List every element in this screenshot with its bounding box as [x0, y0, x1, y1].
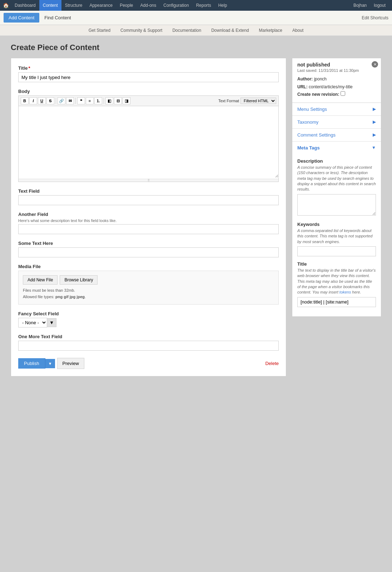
form-actions: Publish ▼ Preview Delete — [18, 358, 279, 369]
edit-shortcuts-link[interactable]: Edit Shortcuts — [362, 15, 388, 20]
form-main: Title* Body B I U S 🔗 ✉ — [11, 58, 286, 376]
another-field-input[interactable] — [18, 224, 279, 234]
fancy-select-wrapper: - None - ▼ — [18, 318, 279, 327]
editor-resize-handle[interactable] — [19, 179, 278, 182]
meta-tags-content: Description A concise summary of this pi… — [292, 154, 381, 316]
form-sidebar: ✕ not published Last saved: 11/31/2011 a… — [292, 58, 381, 317]
publish-button[interactable]: Publish — [18, 358, 45, 369]
nav-people[interactable]: People — [116, 0, 137, 11]
author-value: jponch — [314, 77, 327, 82]
align-left-button[interactable]: ◧ — [105, 97, 113, 104]
divider-2 — [75, 98, 76, 104]
ordered-list-button[interactable]: 1. — [94, 97, 102, 104]
meta-description-title: Description — [297, 158, 376, 164]
fancy-select-dropdown-btn[interactable]: ▼ — [47, 318, 56, 327]
meta-description-field: Description A concise summary of this pi… — [297, 158, 376, 217]
sidebar-close-button[interactable]: ✕ — [372, 61, 378, 68]
comment-settings-label: Comment Settings — [297, 132, 336, 138]
text-field-input[interactable] — [18, 195, 279, 205]
page-title: Create Piece of Content — [11, 43, 381, 52]
revision-checkbox[interactable] — [341, 91, 345, 96]
home-icon[interactable]: 🏠 — [3, 3, 9, 8]
body-textarea[interactable] — [19, 106, 278, 178]
meta-title-desc: The text to display in the title bar of … — [297, 268, 376, 295]
tokens-link[interactable]: tokens — [339, 290, 351, 294]
nav-structure[interactable]: Structure — [61, 0, 86, 11]
last-saved: Last saved: 11/31/2011 at 11:30pm — [297, 68, 376, 73]
fancy-select-group: Fancy Select Field - None - ▼ — [18, 311, 279, 327]
italic-button[interactable]: I — [29, 97, 37, 104]
add-new-file-button[interactable]: Add New File — [23, 275, 58, 285]
nav-get-started[interactable]: Get Started — [84, 25, 115, 35]
fancy-select-label: Fancy Select Field — [18, 311, 279, 316]
delete-link[interactable]: Delete — [265, 361, 279, 366]
another-field-description: Here's what some description text for th… — [18, 218, 279, 223]
revision-row: Create new revision: — [297, 91, 376, 99]
some-text-group: Some Text Here — [18, 241, 279, 257]
top-navigation: 🏠 Dashboard Content Structure Appearance… — [0, 0, 392, 11]
one-more-field-label: One More Text Field — [18, 334, 279, 339]
media-file-label: Media File — [18, 264, 279, 269]
email-button[interactable]: ✉ — [66, 97, 74, 104]
nav-dashboard[interactable]: Dashboard — [11, 0, 39, 11]
nav-community[interactable]: Community & Support — [115, 25, 167, 35]
underline-button[interactable]: U — [38, 97, 46, 104]
text-field-label: Text Field — [18, 188, 279, 194]
nav-content[interactable]: Content — [39, 0, 61, 11]
one-more-field-input[interactable] — [18, 341, 279, 351]
logout-link[interactable]: logout — [370, 0, 389, 11]
align-center-button[interactable]: ⊟ — [114, 97, 122, 104]
required-indicator: * — [29, 65, 30, 71]
strikethrough-button[interactable]: S — [46, 97, 54, 104]
some-text-input[interactable] — [18, 247, 279, 257]
menu-settings-section: Menu Settings ▶ — [292, 103, 381, 115]
browse-library-button[interactable]: Browse Library — [60, 275, 98, 285]
bold-button[interactable]: B — [21, 97, 29, 104]
nav-download[interactable]: Download & Extend — [206, 25, 254, 35]
menu-settings-label: Menu Settings — [297, 107, 327, 112]
taxonomy-header[interactable]: Taxonomy ▶ — [292, 116, 381, 128]
fancy-select-input[interactable]: - None - — [18, 318, 47, 327]
publish-button-group: Publish ▼ — [18, 358, 55, 369]
revision-label: Create new revision: — [297, 92, 339, 97]
page-content: drupal Create Piece of Content Title* Bo… — [0, 36, 392, 384]
nav-documentation[interactable]: Documentation — [167, 25, 206, 35]
link-button[interactable]: 🔗 — [58, 97, 65, 104]
media-hint-types: Allowed file types: png gif jpg jpeg. — [23, 294, 274, 300]
body-editor: B I U S 🔗 ✉ ❝ ≡ 1. ◧ ⊟ ◨ — [18, 95, 279, 182]
url-value: content/articles/my-title — [309, 84, 353, 89]
menu-settings-header[interactable]: Menu Settings ▶ — [292, 103, 381, 115]
title-input[interactable] — [18, 72, 279, 82]
nav-reports[interactable]: Reports — [193, 0, 215, 11]
nav-about[interactable]: About — [287, 25, 308, 35]
align-right-button[interactable]: ◨ — [123, 97, 130, 104]
publish-dropdown-button[interactable]: ▼ — [45, 359, 55, 368]
unordered-list-button[interactable]: ≡ — [86, 97, 94, 104]
taxonomy-label: Taxonomy — [297, 119, 318, 125]
meta-title-input[interactable] — [297, 297, 376, 307]
another-field-group: Another Field Here's what some descripti… — [18, 212, 279, 234]
nav-marketplace[interactable]: Marketplace — [254, 25, 287, 35]
user-account[interactable]: Bojhan — [350, 0, 370, 11]
preview-button[interactable]: Preview — [57, 358, 84, 369]
nav-configuration[interactable]: Configuration — [160, 0, 192, 11]
media-buttons: Add New File Browse Library — [23, 275, 274, 285]
text-format-select[interactable]: Filtered HTML — [240, 98, 276, 104]
find-content-link[interactable]: Find Content — [41, 13, 74, 23]
nav-addons[interactable]: Add-ons — [137, 0, 160, 11]
nav-appearance[interactable]: Appearance — [86, 0, 116, 11]
add-content-button[interactable]: Add Content — [4, 13, 39, 23]
text-format-label: Text Format — [218, 99, 239, 103]
blockquote-button[interactable]: ❝ — [77, 97, 85, 104]
form-layout: Title* Body B I U S 🔗 ✉ — [11, 58, 381, 376]
some-text-label: Some Text Here — [18, 241, 279, 246]
divider-3 — [104, 98, 104, 104]
meta-keywords-input[interactable] — [297, 246, 376, 256]
admin-toolbar: Add Content Find Content Edit Shortcuts — [0, 11, 392, 25]
meta-tags-header[interactable]: Meta Tags ▼ — [292, 142, 381, 154]
nav-help[interactable]: Help — [215, 0, 231, 11]
author-label: Author: — [297, 77, 313, 82]
meta-description-textarea[interactable] — [297, 194, 376, 216]
meta-keywords-desc: A comma-separated list of keywords about… — [297, 228, 376, 245]
comment-settings-header[interactable]: Comment Settings ▶ — [292, 129, 381, 141]
